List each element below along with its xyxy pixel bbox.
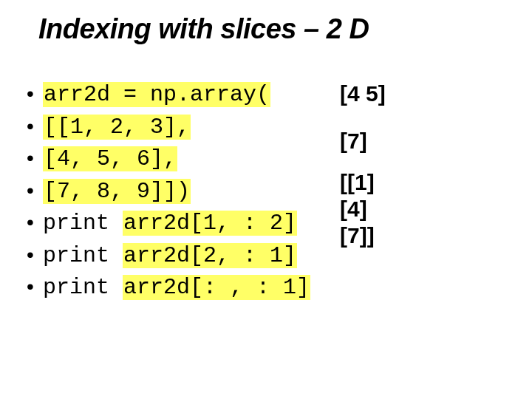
code-list: arr2d = np.array( [[1, 2, 3], [4, 5, 6],… (30, 79, 310, 304)
output-line: [4 5] (340, 81, 386, 107)
code-slice: arr2d[: , : 1] (123, 275, 310, 300)
code-print: print (43, 211, 123, 236)
code-text: [4, 5, 6], (43, 146, 177, 171)
code-text: [[1, 2, 3], (43, 115, 191, 140)
code-text: [7, 8, 9]]) (43, 179, 191, 204)
output-line: [4] (340, 196, 386, 222)
code-text: arr2d = np.array( (43, 82, 270, 107)
slide-title: Indexing with slices – 2 D (38, 13, 502, 45)
list-item: print arr2d[1, : 2] (43, 208, 310, 240)
spacer (340, 107, 386, 128)
output-line: [7] (340, 128, 386, 154)
spacer (340, 154, 386, 169)
list-item: arr2d = np.array( (43, 79, 310, 112)
output-column: [4 5] [7] [[1] [4] [7]] (340, 79, 386, 304)
output-line: [[1] (340, 169, 386, 196)
list-item: print arr2d[: , : 1] (43, 272, 310, 304)
list-item: [7, 8, 9]]) (43, 176, 310, 208)
slide: Indexing with slices – 2 D arr2d = np.ar… (0, 0, 532, 399)
code-slice: arr2d[2, : 1] (123, 243, 297, 268)
list-item: [[1, 2, 3], (43, 112, 310, 144)
code-column: arr2d = np.array( [[1, 2, 3], [4, 5, 6],… (30, 79, 310, 304)
output-line: [7]] (340, 222, 386, 249)
list-item: [4, 5, 6], (43, 143, 310, 176)
code-slice: arr2d[1, : 2] (123, 211, 297, 236)
list-item: print arr2d[2, : 1] (43, 240, 310, 273)
code-print: print (43, 243, 123, 268)
code-print: print (43, 275, 123, 300)
content-row: arr2d = np.array( [[1, 2, 3], [4, 5, 6],… (30, 79, 502, 304)
